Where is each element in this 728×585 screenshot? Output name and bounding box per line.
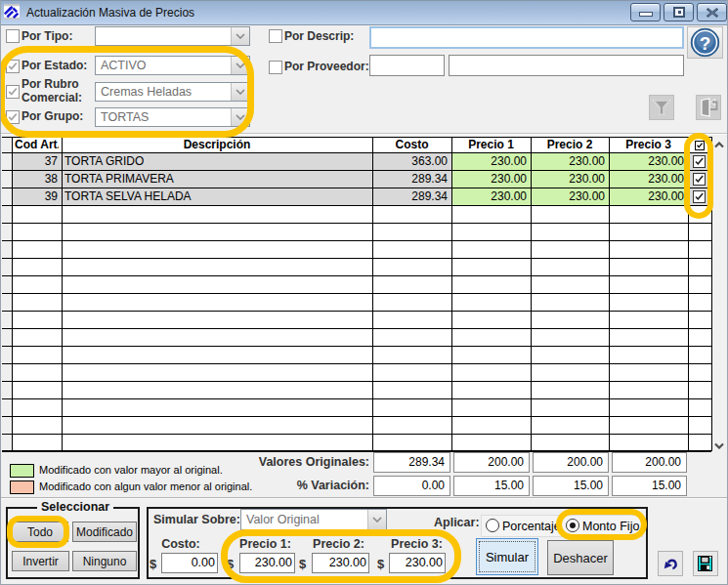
svg-text:?: ?	[700, 33, 711, 54]
